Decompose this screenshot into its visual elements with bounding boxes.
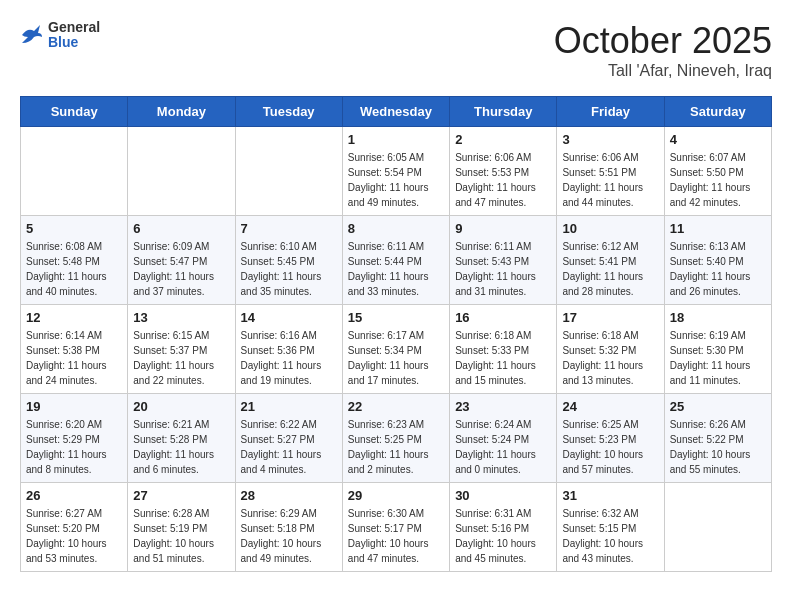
weekday-header-wednesday: Wednesday xyxy=(342,97,449,127)
day-info: Sunrise: 6:30 AM Sunset: 5:17 PM Dayligh… xyxy=(348,506,444,566)
week-row-5: 26Sunrise: 6:27 AM Sunset: 5:20 PM Dayli… xyxy=(21,483,772,572)
calendar-cell: 27Sunrise: 6:28 AM Sunset: 5:19 PM Dayli… xyxy=(128,483,235,572)
day-info: Sunrise: 6:06 AM Sunset: 5:53 PM Dayligh… xyxy=(455,150,551,210)
calendar-cell: 11Sunrise: 6:13 AM Sunset: 5:40 PM Dayli… xyxy=(664,216,771,305)
day-info: Sunrise: 6:15 AM Sunset: 5:37 PM Dayligh… xyxy=(133,328,229,388)
day-number: 29 xyxy=(348,488,444,503)
calendar-cell: 8Sunrise: 6:11 AM Sunset: 5:44 PM Daylig… xyxy=(342,216,449,305)
calendar-cell: 9Sunrise: 6:11 AM Sunset: 5:43 PM Daylig… xyxy=(450,216,557,305)
calendar-cell: 6Sunrise: 6:09 AM Sunset: 5:47 PM Daylig… xyxy=(128,216,235,305)
calendar-cell: 22Sunrise: 6:23 AM Sunset: 5:25 PM Dayli… xyxy=(342,394,449,483)
day-info: Sunrise: 6:17 AM Sunset: 5:34 PM Dayligh… xyxy=(348,328,444,388)
day-number: 8 xyxy=(348,221,444,236)
day-number: 5 xyxy=(26,221,122,236)
day-info: Sunrise: 6:23 AM Sunset: 5:25 PM Dayligh… xyxy=(348,417,444,477)
logo-general-text: General xyxy=(48,20,100,35)
calendar-table: SundayMondayTuesdayWednesdayThursdayFrid… xyxy=(20,96,772,572)
calendar-cell: 3Sunrise: 6:06 AM Sunset: 5:51 PM Daylig… xyxy=(557,127,664,216)
day-number: 1 xyxy=(348,132,444,147)
calendar-cell: 29Sunrise: 6:30 AM Sunset: 5:17 PM Dayli… xyxy=(342,483,449,572)
calendar-cell: 26Sunrise: 6:27 AM Sunset: 5:20 PM Dayli… xyxy=(21,483,128,572)
calendar-cell xyxy=(664,483,771,572)
week-row-3: 12Sunrise: 6:14 AM Sunset: 5:38 PM Dayli… xyxy=(21,305,772,394)
day-info: Sunrise: 6:21 AM Sunset: 5:28 PM Dayligh… xyxy=(133,417,229,477)
logo-text-container: GeneralBlue xyxy=(48,20,100,51)
day-info: Sunrise: 6:28 AM Sunset: 5:19 PM Dayligh… xyxy=(133,506,229,566)
calendar-cell: 5Sunrise: 6:08 AM Sunset: 5:48 PM Daylig… xyxy=(21,216,128,305)
calendar-cell xyxy=(235,127,342,216)
day-info: Sunrise: 6:32 AM Sunset: 5:15 PM Dayligh… xyxy=(562,506,658,566)
calendar-cell: 14Sunrise: 6:16 AM Sunset: 5:36 PM Dayli… xyxy=(235,305,342,394)
day-number: 19 xyxy=(26,399,122,414)
day-number: 27 xyxy=(133,488,229,503)
calendar-cell: 1Sunrise: 6:05 AM Sunset: 5:54 PM Daylig… xyxy=(342,127,449,216)
day-info: Sunrise: 6:09 AM Sunset: 5:47 PM Dayligh… xyxy=(133,239,229,299)
day-info: Sunrise: 6:08 AM Sunset: 5:48 PM Dayligh… xyxy=(26,239,122,299)
logo-blue-text: Blue xyxy=(48,35,100,50)
calendar-cell: 24Sunrise: 6:25 AM Sunset: 5:23 PM Dayli… xyxy=(557,394,664,483)
day-info: Sunrise: 6:11 AM Sunset: 5:44 PM Dayligh… xyxy=(348,239,444,299)
day-info: Sunrise: 6:10 AM Sunset: 5:45 PM Dayligh… xyxy=(241,239,337,299)
day-info: Sunrise: 6:22 AM Sunset: 5:27 PM Dayligh… xyxy=(241,417,337,477)
calendar-cell: 15Sunrise: 6:17 AM Sunset: 5:34 PM Dayli… xyxy=(342,305,449,394)
week-row-1: 1Sunrise: 6:05 AM Sunset: 5:54 PM Daylig… xyxy=(21,127,772,216)
day-info: Sunrise: 6:11 AM Sunset: 5:43 PM Dayligh… xyxy=(455,239,551,299)
calendar-cell: 21Sunrise: 6:22 AM Sunset: 5:27 PM Dayli… xyxy=(235,394,342,483)
calendar-cell xyxy=(21,127,128,216)
day-info: Sunrise: 6:05 AM Sunset: 5:54 PM Dayligh… xyxy=(348,150,444,210)
weekday-header-row: SundayMondayTuesdayWednesdayThursdayFrid… xyxy=(21,97,772,127)
day-number: 24 xyxy=(562,399,658,414)
calendar-cell: 4Sunrise: 6:07 AM Sunset: 5:50 PM Daylig… xyxy=(664,127,771,216)
calendar-cell: 25Sunrise: 6:26 AM Sunset: 5:22 PM Dayli… xyxy=(664,394,771,483)
day-info: Sunrise: 6:18 AM Sunset: 5:32 PM Dayligh… xyxy=(562,328,658,388)
calendar-cell: 18Sunrise: 6:19 AM Sunset: 5:30 PM Dayli… xyxy=(664,305,771,394)
day-number: 23 xyxy=(455,399,551,414)
logo-bird-icon xyxy=(20,23,44,47)
day-number: 6 xyxy=(133,221,229,236)
day-info: Sunrise: 6:18 AM Sunset: 5:33 PM Dayligh… xyxy=(455,328,551,388)
day-info: Sunrise: 6:14 AM Sunset: 5:38 PM Dayligh… xyxy=(26,328,122,388)
day-number: 28 xyxy=(241,488,337,503)
day-info: Sunrise: 6:06 AM Sunset: 5:51 PM Dayligh… xyxy=(562,150,658,210)
day-info: Sunrise: 6:24 AM Sunset: 5:24 PM Dayligh… xyxy=(455,417,551,477)
weekday-header-monday: Monday xyxy=(128,97,235,127)
day-number: 3 xyxy=(562,132,658,147)
day-number: 4 xyxy=(670,132,766,147)
day-number: 9 xyxy=(455,221,551,236)
day-number: 10 xyxy=(562,221,658,236)
day-info: Sunrise: 6:25 AM Sunset: 5:23 PM Dayligh… xyxy=(562,417,658,477)
day-number: 22 xyxy=(348,399,444,414)
title-area: October 2025 Tall 'Afar, Nineveh, Iraq xyxy=(554,20,772,80)
calendar-cell: 17Sunrise: 6:18 AM Sunset: 5:32 PM Dayli… xyxy=(557,305,664,394)
location-subtitle: Tall 'Afar, Nineveh, Iraq xyxy=(554,62,772,80)
day-info: Sunrise: 6:27 AM Sunset: 5:20 PM Dayligh… xyxy=(26,506,122,566)
day-info: Sunrise: 6:29 AM Sunset: 5:18 PM Dayligh… xyxy=(241,506,337,566)
day-number: 26 xyxy=(26,488,122,503)
day-info: Sunrise: 6:20 AM Sunset: 5:29 PM Dayligh… xyxy=(26,417,122,477)
calendar-cell: 16Sunrise: 6:18 AM Sunset: 5:33 PM Dayli… xyxy=(450,305,557,394)
day-info: Sunrise: 6:12 AM Sunset: 5:41 PM Dayligh… xyxy=(562,239,658,299)
day-info: Sunrise: 6:31 AM Sunset: 5:16 PM Dayligh… xyxy=(455,506,551,566)
month-title: October 2025 xyxy=(554,20,772,62)
calendar-cell: 10Sunrise: 6:12 AM Sunset: 5:41 PM Dayli… xyxy=(557,216,664,305)
weekday-header-saturday: Saturday xyxy=(664,97,771,127)
calendar-cell: 19Sunrise: 6:20 AM Sunset: 5:29 PM Dayli… xyxy=(21,394,128,483)
week-row-4: 19Sunrise: 6:20 AM Sunset: 5:29 PM Dayli… xyxy=(21,394,772,483)
day-info: Sunrise: 6:26 AM Sunset: 5:22 PM Dayligh… xyxy=(670,417,766,477)
weekday-header-friday: Friday xyxy=(557,97,664,127)
calendar-cell: 20Sunrise: 6:21 AM Sunset: 5:28 PM Dayli… xyxy=(128,394,235,483)
calendar-cell: 2Sunrise: 6:06 AM Sunset: 5:53 PM Daylig… xyxy=(450,127,557,216)
day-info: Sunrise: 6:13 AM Sunset: 5:40 PM Dayligh… xyxy=(670,239,766,299)
day-number: 13 xyxy=(133,310,229,325)
weekday-header-thursday: Thursday xyxy=(450,97,557,127)
day-number: 25 xyxy=(670,399,766,414)
day-number: 2 xyxy=(455,132,551,147)
day-number: 12 xyxy=(26,310,122,325)
day-number: 30 xyxy=(455,488,551,503)
day-info: Sunrise: 6:07 AM Sunset: 5:50 PM Dayligh… xyxy=(670,150,766,210)
calendar-cell: 30Sunrise: 6:31 AM Sunset: 5:16 PM Dayli… xyxy=(450,483,557,572)
calendar-cell: 13Sunrise: 6:15 AM Sunset: 5:37 PM Dayli… xyxy=(128,305,235,394)
weekday-header-tuesday: Tuesday xyxy=(235,97,342,127)
calendar-cell xyxy=(128,127,235,216)
calendar-cell: 31Sunrise: 6:32 AM Sunset: 5:15 PM Dayli… xyxy=(557,483,664,572)
